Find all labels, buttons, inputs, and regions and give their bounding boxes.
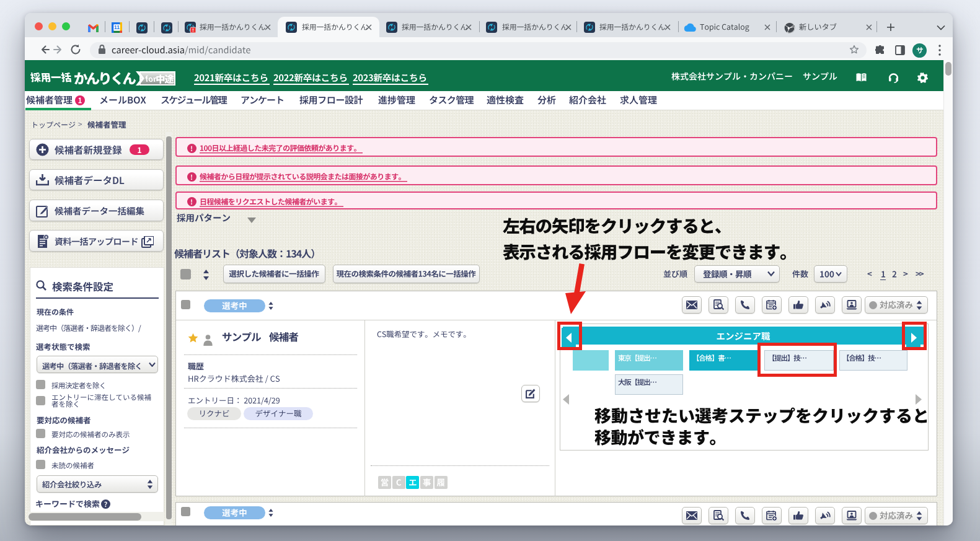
svg-text:!: ! [192,27,194,33]
svg-text:11: 11 [114,24,120,30]
